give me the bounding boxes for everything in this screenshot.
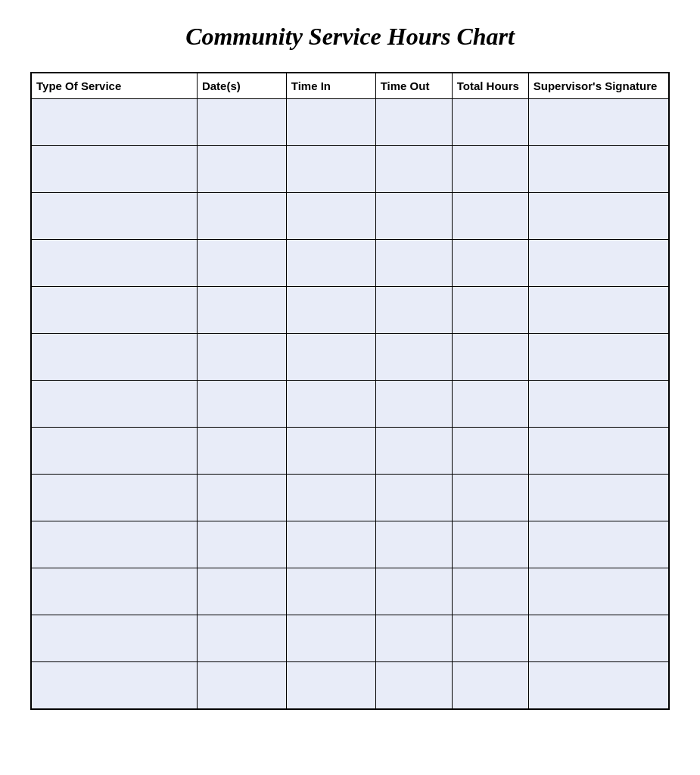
table-cell[interactable]: [197, 334, 286, 381]
table-cell[interactable]: [197, 568, 286, 615]
table-cell[interactable]: [286, 475, 375, 521]
table-cell[interactable]: [528, 568, 668, 615]
table-cell[interactable]: [375, 287, 452, 334]
table-cell[interactable]: [375, 193, 452, 240]
table-cell[interactable]: [32, 287, 198, 334]
table-cell[interactable]: [197, 146, 286, 193]
table-cell[interactable]: [32, 662, 198, 709]
service-hours-table: Type Of Service Date(s) Time In Time Out…: [31, 73, 669, 709]
col-header-total: Total Hours: [452, 73, 528, 99]
table-cell[interactable]: [286, 615, 375, 662]
table-cell[interactable]: [32, 99, 198, 146]
table-cell[interactable]: [197, 99, 286, 146]
table-row: [32, 428, 669, 475]
col-header-dates: Date(s): [197, 73, 286, 99]
table-row: [32, 240, 669, 287]
table-cell[interactable]: [286, 568, 375, 615]
table-cell[interactable]: [286, 381, 375, 428]
table-cell[interactable]: [286, 240, 375, 287]
table-cell[interactable]: [197, 662, 286, 709]
table-cell[interactable]: [452, 287, 528, 334]
table-cell[interactable]: [528, 475, 668, 521]
table-cell[interactable]: [452, 475, 528, 521]
table-cell[interactable]: [452, 99, 528, 146]
table-cell[interactable]: [528, 193, 668, 240]
table-cell[interactable]: [32, 521, 198, 568]
table-row: [32, 475, 669, 521]
table-cell[interactable]: [528, 146, 668, 193]
table-cell[interactable]: [32, 193, 198, 240]
table-cell[interactable]: [32, 428, 198, 475]
table-cell[interactable]: [528, 334, 668, 381]
table-cell[interactable]: [528, 615, 668, 662]
table-cell[interactable]: [375, 568, 452, 615]
table-cell[interactable]: [528, 99, 668, 146]
col-header-signature: Supervisor's Signature: [528, 73, 668, 99]
table-cell[interactable]: [197, 240, 286, 287]
table-cell[interactable]: [375, 615, 452, 662]
table-cell[interactable]: [452, 146, 528, 193]
table-cell[interactable]: [528, 521, 668, 568]
table-cell[interactable]: [32, 381, 198, 428]
table-cell[interactable]: [197, 428, 286, 475]
table-cell[interactable]: [286, 521, 375, 568]
table-cell[interactable]: [197, 521, 286, 568]
table-cell[interactable]: [375, 475, 452, 521]
table-cell[interactable]: [32, 146, 198, 193]
table-cell[interactable]: [452, 334, 528, 381]
table-row: [32, 287, 669, 334]
table-row: [32, 521, 669, 568]
table-cell[interactable]: [452, 381, 528, 428]
table-cell[interactable]: [375, 334, 452, 381]
table-cell[interactable]: [528, 662, 668, 709]
table-cell[interactable]: [375, 521, 452, 568]
table-row: [32, 334, 669, 381]
table-cell[interactable]: [286, 146, 375, 193]
table-cell[interactable]: [32, 475, 198, 521]
table-cell[interactable]: [452, 240, 528, 287]
table-body: [32, 99, 669, 709]
table-row: [32, 615, 669, 662]
table-cell[interactable]: [197, 287, 286, 334]
table-row: [32, 99, 669, 146]
table-cell[interactable]: [528, 240, 668, 287]
table-row: [32, 146, 669, 193]
table-cell[interactable]: [452, 193, 528, 240]
table-row: [32, 568, 669, 615]
table-cell[interactable]: [452, 662, 528, 709]
table-cell[interactable]: [32, 568, 198, 615]
table-header-row: Type Of Service Date(s) Time In Time Out…: [32, 73, 669, 99]
table-cell[interactable]: [528, 287, 668, 334]
table-cell[interactable]: [375, 662, 452, 709]
table-cell[interactable]: [375, 99, 452, 146]
table-cell[interactable]: [452, 615, 528, 662]
page-title: Community Service Hours Chart: [185, 23, 515, 51]
table-cell[interactable]: [32, 334, 198, 381]
table-cell[interactable]: [452, 521, 528, 568]
table-cell[interactable]: [286, 428, 375, 475]
table-cell[interactable]: [197, 381, 286, 428]
col-header-service: Type Of Service: [32, 73, 198, 99]
table-cell[interactable]: [197, 615, 286, 662]
col-header-timeout: Time Out: [375, 73, 452, 99]
col-header-timein: Time In: [286, 73, 375, 99]
table-cell[interactable]: [528, 428, 668, 475]
table-cell[interactable]: [452, 568, 528, 615]
table-row: [32, 193, 669, 240]
table-cell[interactable]: [452, 428, 528, 475]
table-cell[interactable]: [375, 381, 452, 428]
table-cell[interactable]: [375, 146, 452, 193]
table-row: [32, 662, 669, 709]
table-cell[interactable]: [286, 662, 375, 709]
table-cell[interactable]: [286, 193, 375, 240]
table-cell[interactable]: [375, 240, 452, 287]
table-cell[interactable]: [528, 381, 668, 428]
table-cell[interactable]: [197, 193, 286, 240]
table-cell[interactable]: [375, 428, 452, 475]
table-cell[interactable]: [286, 334, 375, 381]
table-cell[interactable]: [32, 615, 198, 662]
table-cell[interactable]: [286, 99, 375, 146]
table-cell[interactable]: [286, 287, 375, 334]
table-cell[interactable]: [197, 475, 286, 521]
table-cell[interactable]: [32, 240, 198, 287]
